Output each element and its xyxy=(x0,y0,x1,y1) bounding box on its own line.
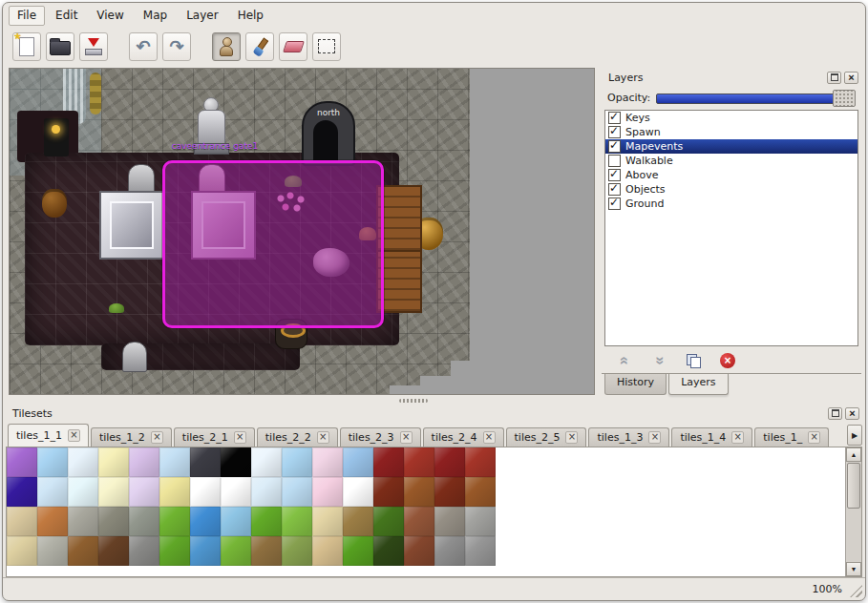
layer-row-walkable[interactable]: Walkable xyxy=(605,154,857,168)
menu-file[interactable]: File xyxy=(9,6,45,26)
tab-close-icon[interactable]: × xyxy=(648,431,661,444)
tileset-tile[interactable] xyxy=(68,507,98,536)
tileset-tab-tiles_2_4[interactable]: tiles_2_4× xyxy=(423,427,504,447)
tileset-tile[interactable] xyxy=(68,447,98,477)
tileset-tile[interactable] xyxy=(434,536,465,566)
tileset-tile[interactable] xyxy=(221,536,251,566)
tab-close-icon[interactable]: × xyxy=(317,431,329,444)
raise-layer-button[interactable] xyxy=(613,350,636,371)
tileset-tab-tiles_1_3[interactable]: tiles_1_3× xyxy=(588,427,669,447)
tileset-tab-tiles_2_3[interactable]: tiles_2_3× xyxy=(340,427,421,447)
layer-visibility-checkbox[interactable] xyxy=(608,126,621,138)
lower-layer-button[interactable] xyxy=(647,350,670,371)
layer-row-ground[interactable]: Ground xyxy=(605,197,857,211)
tileset-tile[interactable] xyxy=(159,507,190,536)
layer-row-above[interactable]: Above xyxy=(605,168,857,182)
scrollbar-thumb[interactable] xyxy=(847,463,860,509)
tileset-tile[interactable] xyxy=(404,477,434,507)
tileset-tile[interactable] xyxy=(404,536,434,566)
tileset-tile[interactable] xyxy=(434,507,465,536)
tileset-tile[interactable] xyxy=(282,477,312,507)
tileset-tile[interactable] xyxy=(190,447,221,477)
scroll-up-button[interactable] xyxy=(846,447,861,462)
opacity-slider-handle[interactable] xyxy=(833,90,856,107)
tileset-tile[interactable] xyxy=(129,536,159,566)
tileset-tile[interactable] xyxy=(190,507,221,536)
resize-grip-icon[interactable] xyxy=(850,585,862,597)
layer-visibility-checkbox[interactable] xyxy=(608,183,621,196)
tileset-tile[interactable] xyxy=(404,447,434,477)
menu-help[interactable]: Help xyxy=(229,6,272,26)
menu-map[interactable]: Map xyxy=(135,6,176,26)
tileset-tile[interactable] xyxy=(282,536,312,566)
tileset-tile[interactable] xyxy=(312,536,343,566)
tileset-tab-tiles_1_2[interactable]: tiles_1_2× xyxy=(91,427,172,447)
tileset-tile[interactable] xyxy=(434,477,465,507)
tileset-tile[interactable] xyxy=(221,447,251,477)
tileset-tile[interactable] xyxy=(465,447,496,477)
undo-button[interactable] xyxy=(129,32,158,61)
tab-close-icon[interactable]: × xyxy=(234,431,246,444)
tileset-tile[interactable] xyxy=(373,477,404,507)
tileset-tile[interactable] xyxy=(343,507,373,536)
tileset-tile[interactable] xyxy=(190,536,221,566)
tileset-tile[interactable] xyxy=(343,477,373,507)
close-panel-button[interactable] xyxy=(844,72,858,84)
panel-tab-history[interactable]: History xyxy=(604,374,667,395)
tileset-tile[interactable] xyxy=(159,536,190,566)
float-panel-button[interactable] xyxy=(827,72,841,84)
select-tool-button[interactable] xyxy=(312,32,341,61)
tileset-tile[interactable] xyxy=(37,507,68,536)
scroll-down-button[interactable] xyxy=(846,562,861,576)
tileset-tile[interactable] xyxy=(282,507,312,536)
tileset-tile[interactable] xyxy=(373,447,404,477)
tileset-tile[interactable] xyxy=(37,447,68,477)
new-map-button[interactable] xyxy=(12,32,41,61)
tileset-tile[interactable] xyxy=(37,477,68,507)
tileset-tile[interactable] xyxy=(129,507,159,536)
scrollbar-trough[interactable] xyxy=(846,509,861,562)
tileset-tile[interactable] xyxy=(190,477,221,507)
save-map-button[interactable] xyxy=(79,32,108,61)
tab-close-icon[interactable]: × xyxy=(731,431,744,444)
tileset-tile[interactable] xyxy=(434,447,465,477)
tileset-tab-tiles_2_2[interactable]: tiles_2_2× xyxy=(257,427,338,447)
layer-visibility-checkbox[interactable] xyxy=(608,155,621,167)
tileset-tile[interactable] xyxy=(373,536,404,566)
tileset-tile[interactable] xyxy=(312,507,343,536)
float-panel-button[interactable] xyxy=(828,407,842,420)
tileset-tile[interactable] xyxy=(343,447,373,477)
eraser-tool-button[interactable] xyxy=(279,32,307,61)
tab-close-icon[interactable]: × xyxy=(808,431,820,444)
tileset-tile[interactable] xyxy=(373,507,404,536)
layer-row-keys[interactable]: Keys xyxy=(605,111,857,125)
tileset-tile[interactable] xyxy=(98,507,129,536)
tileset-tab-tiles_1_4[interactable]: tiles_1_4× xyxy=(671,427,752,447)
layer-row-spawn[interactable]: Spawn xyxy=(605,125,857,139)
layer-visibility-checkbox[interactable] xyxy=(608,198,621,210)
redo-button[interactable] xyxy=(162,32,191,61)
tileset-tile[interactable] xyxy=(37,536,68,566)
vertical-splitter[interactable] xyxy=(595,68,602,395)
tileset-tile[interactable] xyxy=(68,477,98,507)
tileset-tile[interactable] xyxy=(251,447,282,477)
tab-close-icon[interactable]: × xyxy=(565,431,578,444)
layer-row-objects[interactable]: Objects xyxy=(605,182,857,197)
tab-close-icon[interactable]: × xyxy=(68,429,80,442)
tileset-tile[interactable] xyxy=(343,536,373,566)
tileset-tile[interactable] xyxy=(221,477,251,507)
tileset-tile[interactable] xyxy=(98,536,129,566)
tileset-tab-tiles_2_5[interactable]: tiles_2_5× xyxy=(506,427,587,447)
tab-close-icon[interactable]: × xyxy=(400,431,413,444)
tileset-tile[interactable] xyxy=(251,507,282,536)
horizontal-splitter[interactable] xyxy=(3,397,865,404)
menu-layer[interactable]: Layer xyxy=(178,6,226,26)
tab-close-icon[interactable]: × xyxy=(483,431,496,444)
tileset-tile[interactable] xyxy=(221,507,251,536)
menu-edit[interactable]: Edit xyxy=(47,6,86,26)
duplicate-layer-button[interactable] xyxy=(682,350,705,371)
tileset-tile[interactable] xyxy=(465,507,496,536)
tileset-tile[interactable] xyxy=(7,507,37,536)
brush-tool-button[interactable] xyxy=(245,32,274,61)
tileset-tile[interactable] xyxy=(251,477,282,507)
